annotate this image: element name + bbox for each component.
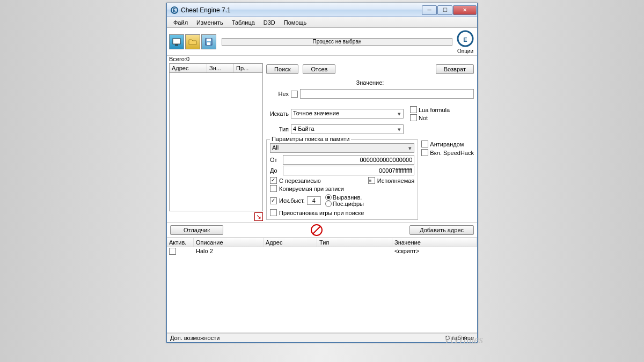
lua-formula-checkbox[interactable] xyxy=(410,106,417,113)
scan-type-select[interactable]: Точное значение xyxy=(291,109,404,119)
results-count: Всего:0 xyxy=(167,56,477,62)
fastscan-label: Иск.быст. xyxy=(279,197,305,204)
next-scan-button[interactable]: Отсев xyxy=(303,64,335,74)
add-to-addresslist-icon[interactable]: ↘ xyxy=(254,212,263,221)
pause-game-checkbox[interactable] xyxy=(270,209,277,216)
memory-scan-options: Параметры поиска в памяти All От До С пе… xyxy=(266,139,418,220)
not-label: Not xyxy=(419,115,428,121)
fastscan-value-input[interactable] xyxy=(307,196,321,205)
fastscan-checkbox[interactable] xyxy=(270,197,277,204)
menu-d3d[interactable]: D3D xyxy=(259,18,280,27)
cow-checkbox[interactable] xyxy=(270,185,277,192)
select-process-icon[interactable] xyxy=(169,34,184,49)
address-list-header: Актив. Описание Адрес Тип Значение xyxy=(167,238,477,247)
options-link[interactable]: Опции xyxy=(457,48,473,54)
first-scan-button[interactable]: Поиск xyxy=(266,64,298,74)
to-input[interactable] xyxy=(283,166,414,175)
scan-type-label: Искать xyxy=(266,110,289,117)
svg-rect-4 xyxy=(207,39,211,41)
cow-label: Копируемая при записи xyxy=(279,186,344,192)
menubar: Файл Изменить Таблица D3D Помощь xyxy=(167,17,477,28)
from-label: От xyxy=(270,157,281,163)
col-value[interactable]: Значение xyxy=(392,238,477,247)
close-button[interactable]: ✕ xyxy=(453,5,477,15)
value-label: Значение: xyxy=(266,79,474,86)
writable-checkbox[interactable] xyxy=(270,177,277,184)
undo-scan-button[interactable]: Возврат xyxy=(436,64,474,74)
results-list[interactable] xyxy=(169,73,263,211)
col-type[interactable]: Тип xyxy=(317,238,392,247)
count-label: Всего: xyxy=(169,56,186,62)
antirandom-label: Антирандом xyxy=(430,141,464,147)
no-entry-icon[interactable] xyxy=(311,224,323,236)
maximize-button[interactable]: ☐ xyxy=(437,5,452,15)
menu-edit[interactable]: Изменить xyxy=(192,18,228,27)
status-right[interactable]: О таблице xyxy=(445,335,474,341)
mem-group-legend: Параметры поиска в памяти xyxy=(270,136,351,142)
row-desc: Halo 2 xyxy=(196,248,266,256)
search-panel: Поиск Отсев Возврат Значение: Hex Искать… xyxy=(265,63,475,221)
count-value: 0 xyxy=(186,56,189,62)
mid-bar: Отладчик Добавить адрес xyxy=(167,222,477,238)
svg-text:E: E xyxy=(463,36,467,43)
writable-label: С перезаписью xyxy=(279,178,321,184)
address-list: Актив. Описание Адрес Тип Значение Halo … xyxy=(167,238,477,333)
col-address[interactable]: Адрес xyxy=(170,64,207,72)
mem-scope-select[interactable]: All xyxy=(270,143,414,153)
row-type xyxy=(319,248,394,256)
hex-checkbox[interactable] xyxy=(291,91,298,98)
executable-checkbox[interactable] xyxy=(368,177,375,184)
titlebar[interactable]: Cheat Engine 7.1 ─ ☐ ✕ xyxy=(167,3,477,17)
window-controls: ─ ☐ ✕ xyxy=(422,5,477,15)
row-addr xyxy=(266,248,319,256)
add-address-button[interactable]: Добавить адрес xyxy=(409,225,474,235)
not-checkbox[interactable] xyxy=(410,114,417,121)
value-type-select[interactable]: 4 Байта xyxy=(291,124,404,134)
debugger-button[interactable]: Отладчик xyxy=(170,225,223,235)
status-left[interactable]: Доп. возможности xyxy=(170,335,219,341)
value-input[interactable] xyxy=(300,89,474,99)
speedhack-label: Вкл. SpeedHack xyxy=(430,150,474,156)
hex-label: Hex xyxy=(266,91,289,97)
lastdigits-radio[interactable] xyxy=(325,201,332,207)
main-window: Cheat Engine 7.1 ─ ☐ ✕ Файл Изменить Таб… xyxy=(166,3,478,343)
menu-file[interactable]: Файл xyxy=(169,18,192,27)
save-icon[interactable] xyxy=(201,34,216,49)
results-panel: Адрес Зн... Пр... ↘ xyxy=(169,63,263,221)
pause-game-label: Приостановка игры при поиске xyxy=(279,210,364,216)
col-addr[interactable]: Адрес xyxy=(264,238,317,247)
ce-logo-icon[interactable]: E xyxy=(456,29,475,48)
process-status-bar: Процесс не выбран xyxy=(222,38,452,46)
window-title: Cheat Engine 7.1 xyxy=(181,6,422,14)
results-header: Адрес Зн... Пр... xyxy=(169,63,263,73)
col-prev[interactable]: Пр... xyxy=(234,64,262,72)
menu-table[interactable]: Таблица xyxy=(228,18,259,27)
svg-rect-5 xyxy=(207,42,210,45)
row-active-checkbox[interactable] xyxy=(169,248,176,255)
svg-rect-2 xyxy=(175,45,178,46)
col-value[interactable]: Зн... xyxy=(207,64,234,72)
executable-label: Исполняемая xyxy=(377,178,414,184)
toolbar: Процесс не выбран E Опции xyxy=(167,28,477,56)
lua-label: Lua formula xyxy=(419,107,450,113)
minimize-button[interactable]: ─ xyxy=(422,5,437,15)
alignment-radio[interactable] xyxy=(325,194,332,201)
col-desc[interactable]: Описание xyxy=(194,238,264,247)
row-value: <скрипт> xyxy=(394,248,475,256)
col-active[interactable]: Актив. xyxy=(167,238,194,247)
speedhack-checkbox[interactable] xyxy=(421,149,428,156)
app-icon xyxy=(170,6,179,14)
address-list-body[interactable]: Halo 2 <скрипт> xyxy=(167,247,477,333)
to-label: До xyxy=(270,167,281,174)
from-input[interactable] xyxy=(283,155,414,165)
statusbar: Доп. возможности О таблице xyxy=(167,333,477,342)
antirandom-checkbox[interactable] xyxy=(421,141,428,147)
menu-help[interactable]: Помощь xyxy=(280,18,311,27)
table-row[interactable]: Halo 2 <скрипт> xyxy=(167,247,477,256)
value-type-label: Тип xyxy=(266,126,289,132)
svg-rect-1 xyxy=(173,39,180,44)
main-area: Адрес Зн... Пр... ↘ Поиск Отсев Возврат … xyxy=(167,62,477,222)
open-icon[interactable] xyxy=(185,34,200,49)
